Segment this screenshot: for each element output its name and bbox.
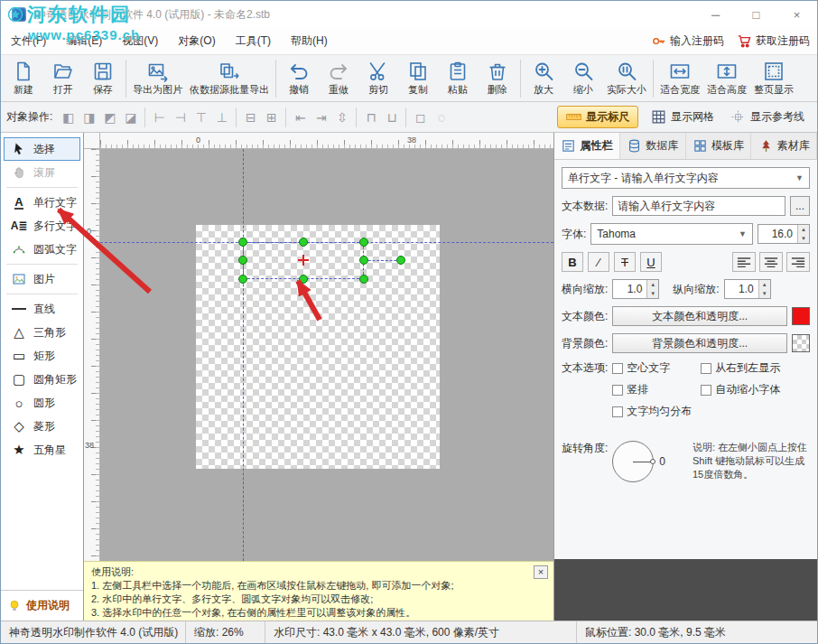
text-color-button[interactable]: 文本颜色和透明度... [612,306,787,326]
menu-help[interactable]: 帮助(H) [281,28,338,55]
open-button[interactable]: 打开 [43,57,83,100]
center-canvas-icon[interactable]: ⇳ [331,107,352,127]
h-scale-stepper[interactable]: 1.0 ▲▼ [612,279,659,299]
option-hollow-text[interactable]: 空心文字 [612,360,695,376]
option-even-distribution[interactable]: 文字均匀分布 [612,404,695,419]
tab-database[interactable]: 数据库 [620,133,686,159]
select-all-icon[interactable]: ◻ [410,107,431,127]
tool-arc-text[interactable]: 圆弧文字 [4,238,80,261]
show-ruler-button[interactable]: 显示标尺 [557,106,638,128]
cut-button[interactable]: 剪切 [358,57,398,100]
tool-multi-line-text[interactable]: A≣ 多行文字 [4,214,80,238]
show-guides-button[interactable]: 显示参考线 [727,107,808,127]
align-center-button[interactable] [759,252,783,272]
enter-register-code-button[interactable]: 输入注册码 [651,33,724,49]
ungroup-icon[interactable]: ◨ [79,107,99,127]
rotation-handle[interactable] [396,256,405,265]
redo-button[interactable]: 重做 [319,57,358,100]
checkbox-icon[interactable] [612,385,623,396]
resize-handle-bottom-center[interactable] [299,275,308,284]
actual-size-button[interactable]: 实际大小 [603,57,650,100]
checkbox-icon[interactable] [612,363,623,374]
resize-handle-middle-right[interactable] [359,256,368,265]
tool-diamond[interactable]: ◇ 菱形 [4,415,80,438]
font-family-dropdown[interactable]: Tahoma ▼ [590,223,753,245]
option-auto-shrink[interactable]: 自动缩小字体 [701,382,780,397]
paste-button[interactable]: 粘贴 [438,57,478,100]
text-data-more-button[interactable]: ... [790,196,810,216]
tool-single-line-text[interactable]: A 单行文字 [4,191,80,214]
fit-width-button[interactable]: 适合宽度 [656,57,703,100]
save-button[interactable]: 保存 [83,57,123,100]
font-size-stepper[interactable]: 16.0 ▲▼ [758,224,810,244]
tool-circle[interactable]: ○ 圆形 [4,391,80,415]
align-left-icon[interactable]: ⊢ [149,107,170,127]
resize-handle-bottom-left[interactable] [238,275,247,284]
object-type-dropdown[interactable]: 单行文字 - 请输入单行文字内容 ▼ [562,167,810,189]
v-scale-arrows[interactable]: ▲▼ [758,280,770,298]
get-register-code-button[interactable]: 获取注册码 [737,33,810,49]
vertical-guide-line[interactable] [243,149,244,561]
tool-triangle[interactable]: △ 三角形 [4,321,80,344]
maximize-button[interactable]: □ [736,1,776,28]
align-right-icon[interactable]: ⊣ [170,107,191,127]
tool-star[interactable]: ★ 五角星 [4,438,80,462]
fit-height-button[interactable]: 适合高度 [703,57,750,100]
tool-rounded-rectangle[interactable]: ▢ 圆角矩形 [4,368,80,391]
spin-up-icon[interactable]: ▲ [798,225,809,234]
bg-color-button[interactable]: 背景颜色和透明度... [612,333,787,353]
spin-down-icon[interactable]: ▼ [647,289,658,298]
group-icon[interactable]: ◧ [58,107,79,127]
undo-button[interactable]: 撤销 [279,57,319,100]
resize-handle-top-center[interactable] [299,238,308,247]
same-width-icon[interactable]: ⊟ [240,107,261,127]
tab-materials[interactable]: 素材库 [751,133,817,159]
checkbox-icon[interactable] [701,385,711,396]
tool-select[interactable]: 选择 [4,137,80,161]
resize-handle-top-right[interactable] [359,238,368,247]
font-size-arrows[interactable]: ▲▼ [797,225,809,243]
tool-scroll[interactable]: 滚屏 [4,161,80,184]
align-top-icon[interactable]: ⊤ [191,107,211,127]
send-back-icon[interactable]: ◪ [120,107,141,127]
checkbox-icon[interactable] [612,406,623,417]
batch-export-button[interactable]: 依数据源批量导出 [186,57,273,100]
resize-handle-bottom-right[interactable] [359,275,368,284]
fit-bottom-icon[interactable]: ⊔ [381,107,402,127]
bring-front-icon[interactable]: ◩ [99,107,120,127]
spin-down-icon[interactable]: ▼ [798,234,809,243]
align-left-button[interactable] [732,252,756,272]
bg-color-swatch[interactable] [792,334,810,352]
distribute-h-icon[interactable]: ⇤ [290,107,311,127]
copy-button[interactable]: 复制 [398,57,438,100]
menu-file[interactable]: 文件(F) [1,28,56,55]
full-page-button[interactable]: 整页显示 [750,57,797,100]
close-button[interactable]: × [776,1,817,28]
strikethrough-button[interactable]: T [614,252,636,272]
underline-button[interactable]: U [640,252,662,272]
close-help-icon[interactable]: × [534,565,548,579]
menu-view[interactable]: 视图(V) [112,28,168,55]
menu-tools[interactable]: 工具(T) [226,28,281,55]
h-scale-arrows[interactable]: ▲▼ [646,280,658,298]
resize-handle-top-left[interactable] [238,238,247,247]
tool-line[interactable]: 直线 [4,297,80,321]
bold-button[interactable]: B [562,252,583,272]
same-height-icon[interactable]: ⊞ [261,107,282,127]
spin-down-icon[interactable]: ▼ [759,289,770,298]
text-color-swatch[interactable] [792,307,810,325]
rotation-dial-dot[interactable] [650,459,655,464]
v-scale-stepper[interactable]: 1.0 ▲▼ [724,279,771,299]
zoom-out-button[interactable]: 缩小 [563,57,603,100]
option-right-to-left[interactable]: 从右到左显示 [701,360,780,376]
italic-button[interactable]: ∕ [588,252,609,272]
tool-image[interactable]: 图片 [4,267,80,291]
tab-templates[interactable]: 模板库 [686,133,752,159]
export-image-button[interactable]: 导出为图片 [129,57,186,100]
zoom-in-button[interactable]: 放大 [524,57,563,100]
resize-handle-middle-left[interactable] [238,256,247,265]
usage-help-button[interactable]: 使用说明 [1,590,83,621]
distribute-v-icon[interactable]: ⇥ [311,107,331,127]
delete-button[interactable]: 删除 [478,57,517,100]
new-button[interactable]: 新建 [4,57,43,100]
